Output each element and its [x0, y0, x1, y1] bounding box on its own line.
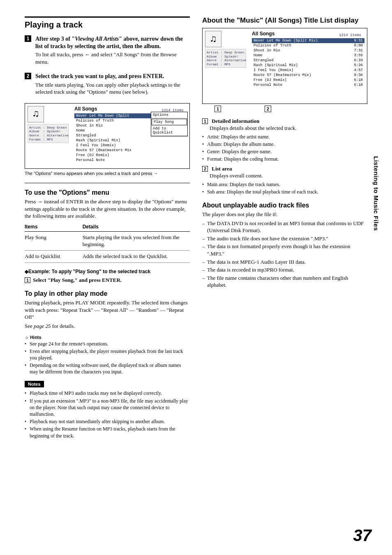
track-row: I Feel You (Remix)4:57 [252, 68, 364, 73]
music-icon: ♫ [205, 31, 221, 47]
unplayable-list: The DATA DVD is not recorded in an MP3 f… [202, 220, 367, 289]
detailed-info-body: Displays details about the selected trac… [210, 124, 367, 132]
step2-body: The title starts playing. You can apply … [35, 81, 190, 96]
track-row: Personal Note6:18 [252, 83, 364, 88]
playmode-heading: To play in other play mode [25, 290, 190, 297]
popup-header: Options [151, 112, 187, 118]
popup-item-selected: Play Song [152, 119, 187, 125]
hints-heading: Hints [25, 335, 190, 340]
list-item: Genre: Displays the genre name. [202, 148, 367, 155]
list-item: Main area: Displays the track names. [202, 181, 367, 188]
step1-body: To list all tracks, press ← and select "… [35, 51, 190, 65]
list-area-list: Main area: Displays the track names.Sub … [202, 181, 367, 195]
options-popup: Options Play Song Add to Quicklist [151, 112, 188, 136]
screenshot-caption: The "Options" menu appears when you sele… [25, 170, 190, 176]
list-item: The DATA DVD is not recorded in an MP3 f… [202, 220, 367, 234]
left-column: Playing a track 1 After step 3 of "Viewi… [25, 16, 190, 440]
callout-2: 2 [265, 106, 271, 112]
notes-badge: Notes [25, 381, 44, 387]
list-item: Playback may not start immediately after… [25, 418, 190, 425]
see-link: page 25 [34, 323, 51, 329]
track-row: Free (DJ Remix) [74, 153, 187, 158]
list-item: Depending on the writing software used, … [25, 362, 190, 375]
step1-ital: Viewing All Artists [75, 36, 119, 42]
track-row: Route 57 (Beatmasters Mix [74, 148, 187, 153]
step-number-icon: 2 [25, 73, 31, 79]
example-step: Select "Play Song," and press ENTER. [33, 277, 122, 283]
track-row: Shout in Rio7:31 [252, 48, 364, 53]
track-row: I Feel You (Remix) [74, 143, 187, 148]
track-row: Rash (Spiritual Mix)5:26 [252, 63, 364, 68]
options-heading: To use the "Options" menu [25, 189, 190, 196]
example-heading: ◆Example: To apply "Play Song" to the se… [25, 269, 190, 274]
right-heading: About the "Music" (All Songs) Title List… [202, 16, 367, 25]
track-row: Never Let Me Down (Split Mix)9:31 [252, 38, 364, 43]
list-title: All Songs [252, 31, 274, 37]
table-header: Details [83, 222, 190, 232]
list-item: Playback time of MP3 audio tracks may no… [25, 390, 190, 396]
list-item: Artist: Displays the artist name. [202, 134, 367, 140]
section-heading: Playing a track [25, 20, 190, 30]
list-item: When using the Resume function on MP3 tr… [25, 426, 190, 439]
track-details: Artist : Deep Green Album : Splash! Genr… [28, 124, 69, 143]
track-row: Policies of Truth8:00 [252, 43, 364, 48]
track-row: Strangled6:33 [252, 58, 364, 63]
callout-number: 2 [202, 166, 208, 172]
side-tab: Listening to Music Files [373, 156, 380, 231]
list-item: Album: Displays the album name. [202, 141, 367, 147]
see-post: for details. [51, 323, 75, 329]
list-item: Format: Displays the coding format. [202, 156, 367, 162]
notes-list: Playback time of MP3 audio tracks may no… [25, 390, 190, 439]
music-icon: ♫ [28, 106, 44, 122]
table-row: Add to QuicklistAdds the selected track … [25, 251, 190, 263]
unplayable-heading: About unplayable audio track files [202, 202, 367, 209]
list-item: The data is not MPEG-1 Audio Layer III d… [202, 258, 367, 266]
list-item: The data is not formatted properly even … [202, 243, 367, 257]
list-item: See page 24 for the remote's operations. [25, 341, 190, 347]
list-item: The file name contains characters other … [202, 274, 367, 289]
step-2: 2 Select the track you want to play, and… [25, 73, 190, 97]
track-row: Route 57 (Beatmasters Mix)9:36 [252, 73, 364, 78]
list-item: If you put an extension ".MP3" to a non-… [25, 398, 190, 418]
track-row: Home3:55 [252, 53, 364, 58]
see-pre: See [25, 323, 34, 329]
playmode-body: During playback, press PLAY MODE repeate… [25, 299, 190, 321]
callout-1: 1 [214, 106, 221, 112]
page-number: 37 [353, 526, 372, 545]
item-count: 1214 items [339, 33, 361, 37]
detailed-info-list: Artist: Displays the artist name.Album: … [202, 134, 367, 163]
track-details: Artist : Deep Green Album : Splash! Genr… [205, 49, 246, 68]
unplayable-lead: The player does not play the file if: [202, 211, 367, 218]
step-1: 1 After step 3 of "Viewing All Artists" … [25, 35, 190, 67]
list-item: Even after stopping playback, the player… [25, 348, 190, 361]
track-row: Free (DJ Remix)6:18 [252, 78, 364, 83]
list-item: The data is recorded in mp3PRO format. [202, 266, 367, 274]
table-header: Items [25, 222, 83, 232]
list-title: All Songs [74, 106, 97, 112]
list-item: Sub area: Displays the total playback ti… [202, 189, 367, 195]
step2-head: Select the track you want to play, and p… [35, 73, 190, 80]
track-row: Rash (Spiritual Mix) [74, 138, 187, 143]
list-area-heading: List area [212, 166, 232, 172]
options-intro: Press → instead of ENTER in the above st… [25, 198, 190, 220]
track-row: Personal Note [74, 158, 187, 163]
table-row: Play SongStarts playing the track you se… [25, 231, 190, 251]
right-column: About the "Music" (All Songs) Title List… [202, 16, 367, 440]
hints-list: See page 24 for the remote's operations.… [25, 341, 190, 375]
step1-pre: After step 3 of " [35, 36, 75, 42]
popup-item: Add to Quicklist [151, 126, 187, 136]
list-item: The audio track file does not have the e… [202, 235, 367, 242]
step-number-icon: 1 [25, 35, 31, 42]
screenshot-title-list: ♫ Artist : Deep Green Album : Splash! Ge… [202, 28, 367, 104]
callout-number: 1 [202, 118, 208, 124]
example-step-number: 1 [25, 277, 30, 283]
screenshot-options-menu: ♫ Artist : Deep Green Album : Splash! Ge… [25, 103, 190, 169]
options-table: Items Details Play SongStarts playing th… [25, 222, 190, 263]
detailed-info-heading: Detailed information [212, 118, 259, 124]
list-area-body: Displays overall content. [210, 172, 367, 180]
